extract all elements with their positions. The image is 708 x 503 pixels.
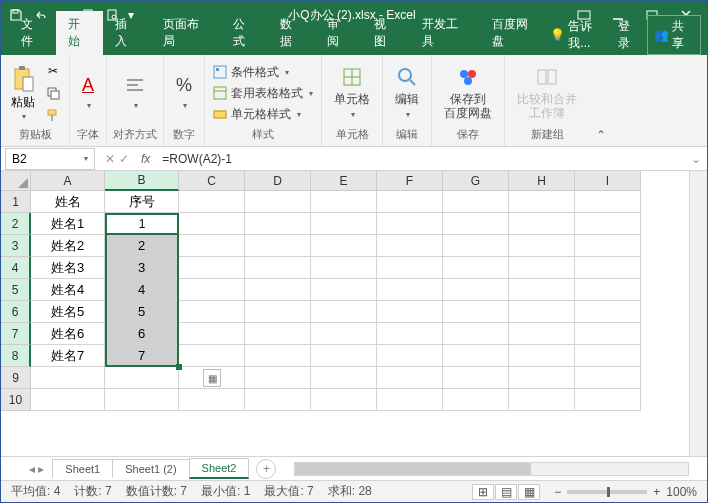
- cell-C2[interactable]: [179, 213, 245, 235]
- tab-review[interactable]: 审阅: [315, 11, 362, 55]
- cell-D6[interactable]: [245, 301, 311, 323]
- col-header-H[interactable]: H: [509, 171, 575, 191]
- cell-E5[interactable]: [311, 279, 377, 301]
- cell-A9[interactable]: [31, 367, 105, 389]
- autofill-options-icon[interactable]: ▦: [203, 369, 221, 387]
- cell-D3[interactable]: [245, 235, 311, 257]
- cell-I1[interactable]: [575, 191, 641, 213]
- cell-F1[interactable]: [377, 191, 443, 213]
- row-header-7[interactable]: 7: [1, 323, 31, 345]
- cell-E1[interactable]: [311, 191, 377, 213]
- sheet-tab-1[interactable]: Sheet1 (2): [112, 459, 189, 478]
- cell-A4[interactable]: 姓名3: [31, 257, 105, 279]
- col-header-B[interactable]: B: [105, 171, 179, 191]
- col-header-G[interactable]: G: [443, 171, 509, 191]
- tab-formulas[interactable]: 公式: [221, 11, 268, 55]
- row-header-9[interactable]: 9: [1, 367, 31, 389]
- tab-insert[interactable]: 插入: [103, 11, 150, 55]
- cell-D9[interactable]: [245, 367, 311, 389]
- cell-E3[interactable]: [311, 235, 377, 257]
- cell-G6[interactable]: [443, 301, 509, 323]
- tab-file[interactable]: 文件: [9, 11, 56, 55]
- cell-H8[interactable]: [509, 345, 575, 367]
- cells-button[interactable]: 单元格▾: [328, 64, 376, 122]
- cell-style-button[interactable]: 单元格样式▾: [211, 105, 315, 124]
- cell-I3[interactable]: [575, 235, 641, 257]
- name-box[interactable]: B2▾: [5, 148, 95, 170]
- tell-me-icon[interactable]: 💡告诉我...: [550, 18, 611, 52]
- cell-E9[interactable]: [311, 367, 377, 389]
- row-header-4[interactable]: 4: [1, 257, 31, 279]
- cell-G8[interactable]: [443, 345, 509, 367]
- cell-I6[interactable]: [575, 301, 641, 323]
- baidu-save-button[interactable]: 保存到 百度网盘: [438, 64, 498, 123]
- tab-data[interactable]: 数据: [268, 11, 315, 55]
- cell-F9[interactable]: [377, 367, 443, 389]
- cell-A8[interactable]: 姓名7: [31, 345, 105, 367]
- cell-E4[interactable]: [311, 257, 377, 279]
- table-format-button[interactable]: 套用表格格式▾: [211, 84, 315, 103]
- cell-H2[interactable]: [509, 213, 575, 235]
- cell-C4[interactable]: [179, 257, 245, 279]
- row-header-8[interactable]: 8: [1, 345, 31, 367]
- cell-F5[interactable]: [377, 279, 443, 301]
- cell-B10[interactable]: [105, 389, 179, 411]
- cell-D10[interactable]: [245, 389, 311, 411]
- cell-B7[interactable]: 6: [105, 323, 179, 345]
- cell-A1[interactable]: 姓名: [31, 191, 105, 213]
- row-header-2[interactable]: 2: [1, 213, 31, 235]
- cell-B4[interactable]: 3: [105, 257, 179, 279]
- format-painter-icon[interactable]: [43, 105, 63, 125]
- paste-button[interactable]: 粘贴▾: [7, 65, 39, 121]
- cancel-formula-icon[interactable]: ✕: [105, 152, 115, 166]
- cell-F10[interactable]: [377, 389, 443, 411]
- cell-C5[interactable]: [179, 279, 245, 301]
- cell-C3[interactable]: [179, 235, 245, 257]
- collapse-ribbon-icon[interactable]: ⌃: [589, 55, 613, 146]
- page-layout-icon[interactable]: ▤: [495, 484, 517, 500]
- cell-E8[interactable]: [311, 345, 377, 367]
- cell-G2[interactable]: [443, 213, 509, 235]
- cell-C1[interactable]: [179, 191, 245, 213]
- col-header-F[interactable]: F: [377, 171, 443, 191]
- cell-B9[interactable]: [105, 367, 179, 389]
- cell-H5[interactable]: [509, 279, 575, 301]
- zoom-slider[interactable]: [567, 490, 647, 494]
- cell-D5[interactable]: [245, 279, 311, 301]
- fx-icon[interactable]: fx: [135, 152, 156, 166]
- cell-E6[interactable]: [311, 301, 377, 323]
- cell-F8[interactable]: [377, 345, 443, 367]
- cell-H10[interactable]: [509, 389, 575, 411]
- cell-D1[interactable]: [245, 191, 311, 213]
- zoom-in-icon[interactable]: +: [653, 485, 660, 499]
- cell-B6[interactable]: 5: [105, 301, 179, 323]
- cell-G4[interactable]: [443, 257, 509, 279]
- row-header-3[interactable]: 3: [1, 235, 31, 257]
- horizontal-scrollbar[interactable]: [294, 462, 689, 476]
- col-header-E[interactable]: E: [311, 171, 377, 191]
- cell-H9[interactable]: [509, 367, 575, 389]
- expand-formula-icon[interactable]: ⌄: [685, 152, 707, 166]
- cell-D2[interactable]: [245, 213, 311, 235]
- cell-F2[interactable]: [377, 213, 443, 235]
- cell-I8[interactable]: [575, 345, 641, 367]
- cell-B2[interactable]: 1: [105, 213, 179, 235]
- cell-I4[interactable]: [575, 257, 641, 279]
- cell-A10[interactable]: [31, 389, 105, 411]
- row-header-6[interactable]: 6: [1, 301, 31, 323]
- tab-dev[interactable]: 开发工具: [410, 11, 480, 55]
- cell-G3[interactable]: [443, 235, 509, 257]
- font-button[interactable]: A▾: [76, 73, 100, 112]
- zoom-out-icon[interactable]: −: [554, 485, 561, 499]
- add-sheet-icon[interactable]: +: [256, 459, 276, 479]
- cell-F4[interactable]: [377, 257, 443, 279]
- cell-H4[interactable]: [509, 257, 575, 279]
- scroll-thumb[interactable]: [295, 463, 531, 475]
- cell-A3[interactable]: 姓名2: [31, 235, 105, 257]
- zoom-control[interactable]: − + 100%: [554, 485, 697, 499]
- sheet-nav[interactable]: ◂ ▸: [21, 462, 52, 476]
- cell-C7[interactable]: [179, 323, 245, 345]
- col-header-C[interactable]: C: [179, 171, 245, 191]
- cell-I5[interactable]: [575, 279, 641, 301]
- cell-B5[interactable]: 4: [105, 279, 179, 301]
